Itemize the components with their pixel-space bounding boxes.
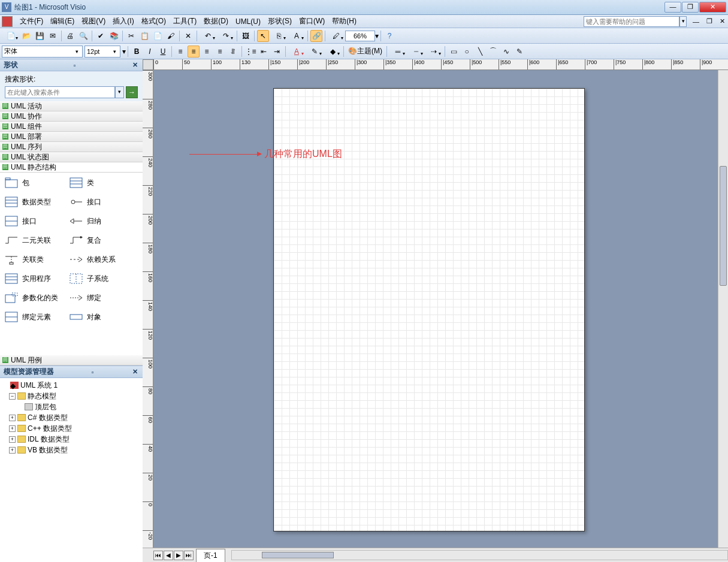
paste-button[interactable]: 📄 — [152, 30, 164, 42]
format-painter-button[interactable]: 🖌 — [165, 30, 177, 42]
shape-interface2[interactable]: 接口 — [3, 214, 68, 228]
tab-nav-last[interactable]: ⏭ — [184, 551, 194, 560]
tree-top-package[interactable]: 顶层包 — [2, 401, 141, 412]
menu-shape[interactable]: 形状(S) — [264, 15, 295, 28]
pointer-tool-button[interactable]: ↖ — [257, 30, 269, 42]
shape-composition[interactable]: 复合 — [68, 233, 132, 247]
stencil-uml-statechart[interactable]: 田UML 状态图 — [0, 152, 143, 162]
doc-close-button[interactable]: ✕ — [718, 17, 726, 25]
vertical-scrollbar[interactable] — [718, 70, 728, 548]
freeform-tool-button[interactable]: ∿ — [500, 46, 512, 58]
print-button[interactable]: 🖨 — [64, 30, 76, 42]
shape-utility[interactable]: 实用程序 — [3, 271, 68, 286]
shape-subsystem[interactable]: 子系统 — [68, 271, 132, 286]
line-weight-button[interactable]: ═ — [389, 46, 406, 58]
model-panel-close-button[interactable]: ✕ — [131, 368, 139, 376]
zoom-input[interactable] — [345, 31, 375, 41]
shape-package[interactable]: 包 — [3, 176, 68, 190]
shape-interface[interactable]: 接口 — [68, 195, 132, 209]
font-name-combo[interactable]: 宋体▾ — [2, 46, 83, 58]
align-left-button[interactable]: ≡ — [174, 46, 186, 58]
auto-connect-button[interactable]: 🔗 — [310, 30, 322, 42]
font-size-combo[interactable]: 12pt▾ — [84, 46, 120, 58]
ink-button[interactable]: 🖊 — [328, 30, 345, 42]
stencil-uml-static[interactable]: 田UML 静态结构 — [0, 162, 143, 173]
doc-minimize-button[interactable]: — — [691, 18, 700, 25]
line-ends-button[interactable]: ⇢ — [425, 46, 442, 58]
shapes-search-dropdown[interactable]: ▾ — [115, 86, 124, 98]
rectangle-tool-button[interactable]: ▭ — [448, 46, 460, 58]
theme-button[interactable]: 🎨主题(M) — [346, 46, 385, 56]
new-button[interactable]: 📄 — [2, 30, 19, 42]
shape-bound-element[interactable]: 绑定元素 — [3, 310, 68, 324]
minimize-button[interactable]: — — [664, 2, 681, 13]
open-button[interactable]: 📂 — [20, 30, 32, 42]
tree-vb[interactable]: +VB 数据类型 — [2, 445, 141, 455]
hscroll-thumb[interactable] — [262, 552, 334, 558]
shape-class[interactable]: 类 — [68, 176, 132, 190]
italic-button[interactable]: I — [144, 46, 156, 58]
menu-edit[interactable]: 编辑(E) — [47, 15, 78, 28]
bullets-button[interactable]: ⋮≡ — [244, 46, 256, 58]
menu-uml[interactable]: UML(U) — [232, 16, 264, 27]
shapes-panel-window-button[interactable]: ▫ — [73, 62, 77, 69]
line-color-button[interactable]: ✎ — [306, 46, 323, 58]
line-pattern-button[interactable]: ┈ — [407, 46, 424, 58]
tab-nav-first[interactable]: ⏮ — [153, 551, 163, 560]
insert-picture-button[interactable]: 🖼 — [240, 30, 252, 42]
decrease-indent-button[interactable]: ⇤ — [258, 46, 270, 58]
menu-view[interactable]: 视图(V) — [78, 15, 109, 28]
tree-idl[interactable]: +IDL 数据类型 — [2, 434, 141, 445]
doc-restore-button[interactable]: ❐ — [705, 17, 714, 25]
menu-file[interactable]: 文件(F) — [16, 15, 47, 28]
zoom-dropdown[interactable]: ▾ — [375, 32, 379, 40]
undo-button[interactable]: ↶ — [200, 30, 216, 42]
delete-button[interactable]: ✕ — [182, 30, 194, 42]
shape-dependency[interactable]: 依赖关系 — [68, 252, 132, 267]
spellcheck-button[interactable]: ✔ — [95, 30, 107, 42]
shape-association[interactable]: 二元关联 — [3, 233, 68, 247]
increase-indent-button[interactable]: ⇥ — [271, 46, 283, 58]
visio-doc-icon[interactable] — [2, 16, 13, 27]
maximize-button[interactable]: ❐ — [682, 2, 699, 13]
align-justify-button[interactable]: ≡ — [214, 46, 226, 58]
connector-tool-button[interactable]: ⎘ — [270, 30, 287, 42]
menu-insert[interactable]: 插入(I) — [109, 15, 137, 28]
page-tab-1[interactable]: 页-1 — [196, 549, 225, 562]
shapes-search-go-button[interactable]: → — [126, 86, 138, 98]
drawing-canvas[interactable]: 几种常用的UML图 — [153, 70, 728, 548]
stencil-uml-component[interactable]: 田UML 组件 — [0, 122, 143, 132]
shapes-panel-close-button[interactable]: ✕ — [131, 61, 139, 69]
align-center-button[interactable]: ≡ — [188, 46, 200, 58]
model-panel-window-button[interactable]: ▫ — [90, 368, 95, 376]
cut-button[interactable]: ✂ — [125, 30, 137, 42]
tab-nav-prev[interactable]: ◀ — [164, 551, 173, 560]
horizontal-scrollbar[interactable] — [231, 550, 728, 560]
menu-tools[interactable]: 工具(T) — [170, 15, 200, 28]
ellipse-tool-button[interactable]: ○ — [461, 46, 473, 58]
pencil-tool-button[interactable]: ✎ — [513, 46, 525, 58]
tree-root[interactable]: ◆UML 系统 1 — [2, 380, 141, 391]
copy-button[interactable]: 📋 — [138, 30, 150, 42]
stencil-uml-deployment[interactable]: 田UML 部署 — [0, 132, 143, 142]
text-tool-button[interactable]: A — [288, 30, 305, 42]
vertical-text-button[interactable]: ⥯ — [227, 46, 239, 58]
help-search-dropdown[interactable]: ▾ — [679, 16, 687, 27]
tree-cpp[interactable]: +C++ 数据类型 — [2, 423, 141, 434]
font-color-button[interactable]: A — [288, 46, 305, 58]
underline-button[interactable]: U — [157, 46, 169, 58]
align-right-button[interactable]: ≡ — [201, 46, 213, 58]
shape-generalization[interactable]: 归纳 — [68, 214, 132, 228]
tree-csharp[interactable]: +C# 数据类型 — [2, 412, 141, 423]
tab-nav-next[interactable]: ▶ — [174, 551, 183, 560]
menu-window[interactable]: 窗口(W) — [295, 15, 328, 28]
print-preview-button[interactable]: 🔍 — [77, 30, 89, 42]
bold-button[interactable]: B — [131, 46, 143, 58]
help-button[interactable]: ? — [383, 30, 395, 42]
tree-static-model[interactable]: −静态模型 — [2, 391, 141, 401]
menu-help[interactable]: 帮助(H) — [328, 15, 360, 28]
arc-tool-button[interactable]: ⌒ — [487, 46, 499, 58]
menu-data[interactable]: 数据(D) — [200, 15, 232, 28]
shape-datatype[interactable]: 数据类型 — [3, 195, 68, 209]
stencil-uml-collaboration[interactable]: 田UML 协作 — [0, 111, 143, 122]
